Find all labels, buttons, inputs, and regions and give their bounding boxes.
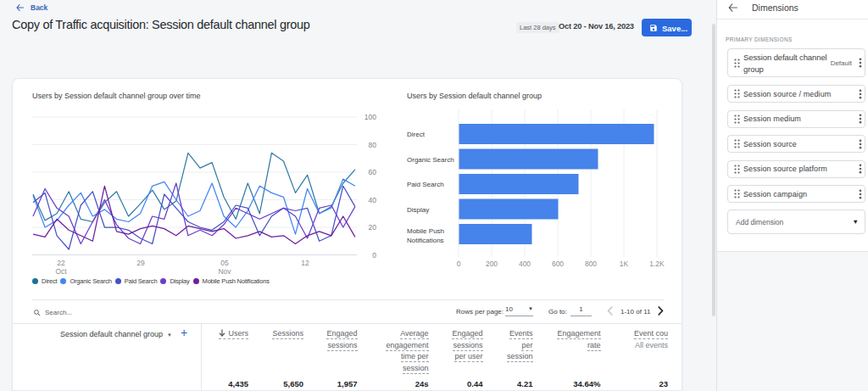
svg-text:29: 29: [136, 259, 145, 267]
svg-text:0: 0: [372, 251, 376, 260]
svg-text:20: 20: [369, 223, 377, 232]
svg-text:400: 400: [519, 260, 531, 268]
svg-text:800: 800: [585, 260, 597, 268]
svg-text:100: 100: [364, 113, 376, 121]
svg-text:Nov: Nov: [218, 267, 231, 276]
svg-text:Notifications: Notifications: [407, 237, 444, 244]
svg-text:Paid Search: Paid Search: [407, 181, 444, 188]
svg-text:1K: 1K: [620, 260, 629, 268]
svg-text:60: 60: [369, 168, 377, 176]
svg-text:Organic Search: Organic Search: [407, 156, 454, 164]
svg-text:40: 40: [369, 196, 377, 204]
svg-text:Direct: Direct: [407, 131, 426, 138]
svg-text:12: 12: [301, 259, 309, 267]
svg-text:200: 200: [486, 260, 498, 268]
svg-text:05: 05: [220, 259, 229, 267]
svg-text:Display: Display: [407, 206, 429, 214]
svg-text:1.2K: 1.2K: [649, 260, 665, 268]
svg-text:Mobile Push: Mobile Push: [407, 227, 444, 235]
svg-text:0: 0: [457, 260, 461, 268]
svg-text:600: 600: [552, 260, 564, 268]
svg-text:80: 80: [369, 141, 377, 149]
svg-text:Oct: Oct: [55, 267, 67, 276]
svg-text:22: 22: [57, 259, 65, 267]
